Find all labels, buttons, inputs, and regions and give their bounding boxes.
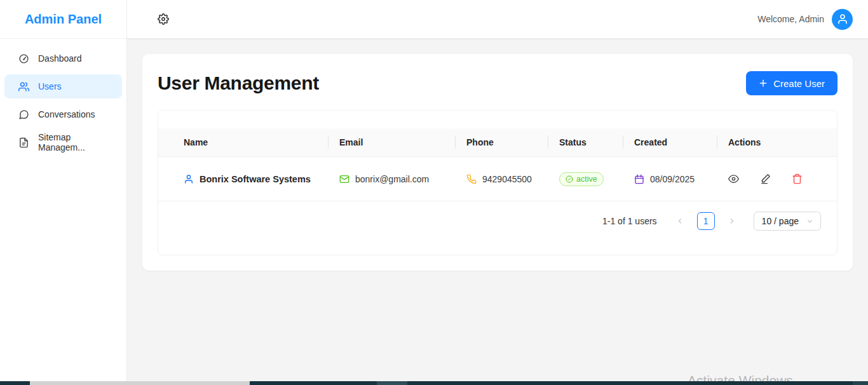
dashboard-icon <box>18 53 29 64</box>
main-content: User Management Create User Name Email P… <box>127 38 868 381</box>
sidebar-menu: Dashboard Users Conversations Sitemap Ma… <box>0 39 126 162</box>
sidebar-item-label: Sitemap Managem... <box>38 132 114 152</box>
cell-email: bonrix@gmail.com <box>328 174 455 184</box>
status-badge: active <box>559 172 604 186</box>
taskbar-segment <box>853 381 868 385</box>
page-size-value: 10 / page <box>762 216 799 226</box>
sidebar-item-conversations[interactable]: Conversations <box>4 102 122 126</box>
sidebar-item-dashboard[interactable]: Dashboard <box>4 46 122 71</box>
user-icon <box>837 13 848 25</box>
column-header-name: Name <box>158 128 328 156</box>
cell-actions <box>717 173 837 185</box>
conversations-icon <box>18 109 29 120</box>
pagination-summary: 1-1 of 1 users <box>602 216 657 226</box>
user-name: Bonrix Software Systems <box>200 174 311 184</box>
page-number-button[interactable]: 1 <box>697 212 715 230</box>
view-button[interactable] <box>728 173 740 185</box>
mail-icon <box>339 174 349 184</box>
plus-icon <box>759 79 768 88</box>
taskbar-segment <box>377 381 407 385</box>
user-management-card: User Management Create User Name Email P… <box>142 54 853 271</box>
create-user-label: Create User <box>773 78 825 89</box>
column-header-actions: Actions <box>717 128 837 156</box>
app-title: Admin Panel <box>0 0 126 39</box>
next-page-button[interactable] <box>723 212 741 230</box>
welcome-text: Welcome, Admin <box>757 14 824 24</box>
column-header-created: Created <box>623 128 717 156</box>
topbar-right: Welcome, Admin <box>757 9 853 30</box>
edit-pencil-icon <box>760 173 771 185</box>
user-icon <box>184 174 194 184</box>
prev-page-button[interactable] <box>671 212 689 230</box>
avatar[interactable] <box>832 9 853 30</box>
sitemap-icon <box>18 137 29 148</box>
cell-name: Bonrix Software Systems <box>158 174 328 184</box>
sidebar-item-label: Users <box>38 81 62 91</box>
user-phone: 9429045500 <box>482 174 532 184</box>
eye-icon <box>728 173 739 185</box>
gear-icon[interactable] <box>158 13 169 25</box>
created-date: 08/09/2025 <box>650 174 695 184</box>
sidebar-item-sitemap-management[interactable]: Sitemap Managem... <box>4 130 122 154</box>
pagination: 1-1 of 1 users 1 10 / page <box>158 212 821 231</box>
create-user-button[interactable]: Create User <box>746 71 837 95</box>
phone-icon <box>466 174 477 184</box>
column-header-status: Status <box>548 128 623 156</box>
bottom-taskbar-strip <box>0 381 868 385</box>
chevron-right-icon <box>728 217 736 225</box>
trash-icon <box>792 173 803 185</box>
table-header-row: Name Email Phone Status Created Actions <box>158 128 837 157</box>
table-row: Bonrix Software Systems bonrix@gmail.com… <box>158 157 837 201</box>
sidebar: Admin Panel Dashboard Users Conversation… <box>0 0 127 381</box>
topbar: Welcome, Admin <box>127 0 868 38</box>
sidebar-item-label: Dashboard <box>38 53 82 64</box>
chevron-down-icon <box>806 218 813 225</box>
page-title: User Management <box>158 72 319 94</box>
status-text: active <box>576 175 597 184</box>
cell-status: active <box>548 172 623 186</box>
users-icon <box>18 81 29 92</box>
card-header: User Management Create User <box>158 71 837 96</box>
check-circle-icon <box>566 175 573 183</box>
chevron-left-icon <box>676 217 684 225</box>
user-email: bonrix@gmail.com <box>355 174 429 184</box>
delete-button[interactable] <box>792 173 803 185</box>
sidebar-item-label: Conversations <box>38 109 95 119</box>
calendar-icon <box>634 174 644 184</box>
edit-button[interactable] <box>760 173 771 185</box>
users-table: Name Email Phone Status Created Actions … <box>158 110 837 255</box>
sidebar-item-users[interactable]: Users <box>4 74 122 98</box>
cell-created: 08/09/2025 <box>623 174 717 184</box>
column-header-phone: Phone <box>455 128 548 156</box>
cell-phone: 9429045500 <box>455 174 548 184</box>
page-size-select[interactable]: 10 / page <box>754 212 821 231</box>
column-header-email: Email <box>328 128 455 156</box>
horizontal-scrollbar-thumb[interactable] <box>30 381 250 385</box>
